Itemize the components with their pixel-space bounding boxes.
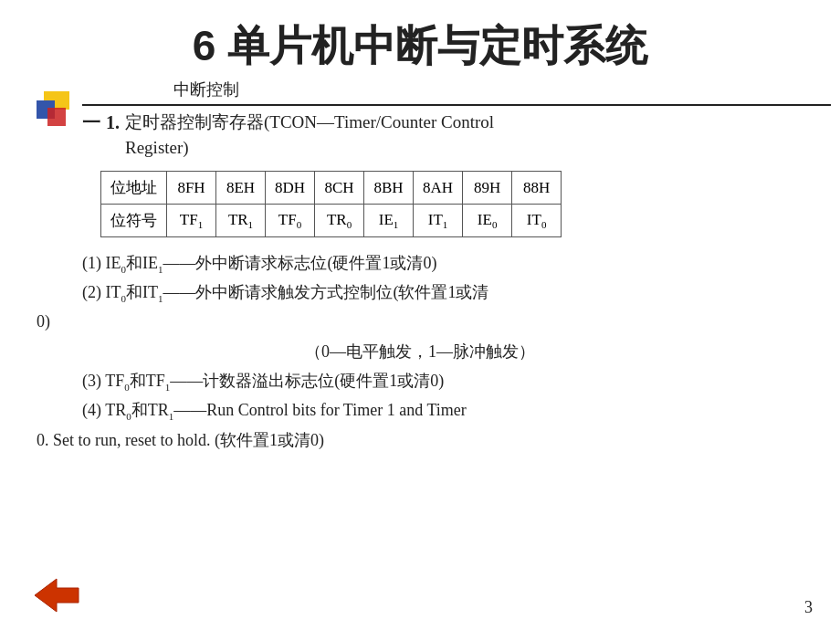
back-arrow[interactable] [33, 575, 80, 615]
section-text-line2: Register) [125, 135, 494, 161]
table-data-row: 位符号 TF1 TR1 TF0 TR0 IE1 IT1 IE0 IT0 [101, 205, 562, 237]
decoration-blocks [37, 91, 73, 128]
svg-marker-0 [35, 579, 79, 612]
register-table: 位地址 8FH 8EH 8DH 8CH 8BH 8AH 89H 88H 位符号 … [100, 171, 562, 237]
cell-IE1: IE1 [364, 205, 414, 237]
col-header-3: 8DH [266, 172, 315, 205]
row-label: 位符号 [101, 205, 167, 237]
note-1: (1) IE0和IE1——外中断请求标志位(硬件置1或清0) [82, 250, 803, 278]
note-2-cont: 0) [37, 309, 803, 335]
col-header-5: 8BH [364, 172, 414, 205]
register-table-wrapper: 位地址 8FH 8EH 8DH 8CH 8BH 8AH 89H 88H 位符号 … [100, 171, 803, 237]
cell-TF1: TF1 [167, 205, 216, 237]
cell-IT1: IT1 [414, 205, 463, 237]
col-header-0: 位地址 [101, 172, 167, 205]
note-4-cont: 0. Set to run, reset to hold. (软件置1或清0) [37, 427, 803, 454]
col-header-6: 8AH [414, 172, 463, 205]
red-block [47, 108, 66, 126]
page-title: 6 单片机中断与定时系统 [193, 22, 647, 69]
col-header-4: 8CH [315, 172, 364, 205]
subtitle: 中断控制 [173, 80, 239, 99]
arrow-icon [33, 575, 80, 615]
col-header-2: 8EH [216, 172, 266, 205]
note-3: (3) TF0和TF1——计数器溢出标志位(硬件置1或清0) [82, 368, 803, 395]
notes-block-2: (3) TF0和TF1——计数器溢出标志位(硬件置1或清0) (4) TR0和T… [82, 368, 803, 453]
cell-TR0: TR0 [315, 205, 364, 237]
col-header-8: 88H [512, 172, 562, 205]
section-dash: 一 [82, 110, 100, 135]
slide-page: 6 单片机中断与定时系统 中断控制 一 1. 定时器控制寄存器(TCON—Tim… [0, 0, 840, 630]
title-area: 6 单片机中断与定时系统 [37, 18, 803, 75]
note-2: (2) IT0和IT1——外中断请求触发方式控制位(软件置1或清 [82, 279, 803, 307]
table-header-row: 位地址 8FH 8EH 8DH 8CH 8BH 8AH 89H 88H [101, 172, 562, 205]
cell-IE0: IE0 [463, 205, 512, 237]
page-number: 3 [804, 598, 813, 617]
note-4: (4) TR0和TR1——Run Control bits for Timer … [82, 397, 803, 425]
section-number: 1. [106, 110, 120, 135]
cell-TF0: TF0 [266, 205, 315, 237]
cell-TR1: TR1 [216, 205, 266, 237]
center-note: （0—电平触发，1—脉冲触发） [37, 341, 803, 362]
col-header-1: 8FH [167, 172, 216, 205]
col-header-7: 89H [463, 172, 512, 205]
section-header: 一 1. 定时器控制寄存器(TCON—Timer/Counter Control… [82, 110, 803, 160]
notes-block: (1) IE0和IE1——外中断请求标志位(硬件置1或清0) (2) IT0和I… [82, 250, 803, 335]
cell-IT0: IT0 [512, 205, 562, 237]
section-text-line1: 定时器控制寄存器(TCON—Timer/Counter Control [125, 110, 494, 135]
